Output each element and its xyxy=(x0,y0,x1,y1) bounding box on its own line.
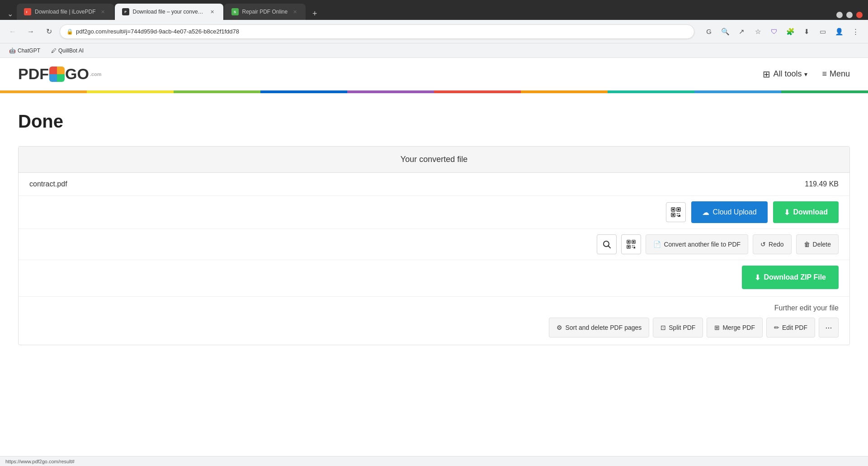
cloud-upload-button[interactable]: ☁ Cloud Upload xyxy=(691,201,768,223)
svg-rect-3 xyxy=(672,209,674,210)
svg-rect-20 xyxy=(628,246,630,248)
site-header: PDF GO .com ⊞ All tools ▾ ≡ Menu xyxy=(0,58,868,90)
result-card: Your converted file contract.pdf 119.49 … xyxy=(18,146,850,345)
browser-tab-2[interactable]: P Download file – your conversion ✕ xyxy=(115,4,223,20)
google-icon[interactable]: G xyxy=(702,24,716,39)
trash-icon: 🗑 xyxy=(804,241,810,248)
tab1-favicon: i xyxy=(24,8,31,15)
more-options-icon[interactable]: ⋮ xyxy=(848,24,863,39)
reload-button[interactable]: ↻ xyxy=(42,24,56,39)
toolbar-icons: G 🔍 ↗ ☆ 🛡 🧩 ⬇ ▭ 👤 ⋮ xyxy=(702,24,863,39)
edit-tools-row: ⚙ Sort and delete PDF pages ⊡ Split PDF … xyxy=(29,318,839,338)
site-logo[interactable]: PDF GO .com xyxy=(18,65,102,83)
status-url: https://www.pdf2go.com/result# xyxy=(5,459,75,464)
tab1-title: Download file | iLovePDF xyxy=(35,9,96,15)
download-zip-label: Download ZIP File xyxy=(764,273,826,281)
window-maximize-button[interactable] xyxy=(846,12,853,18)
chevron-down-icon: ▾ xyxy=(804,71,807,78)
sort-delete-pdf-label: Sort and delete PDF pages xyxy=(565,324,642,331)
svg-rect-5 xyxy=(678,209,679,210)
edit-pdf-button[interactable]: ✏ Edit PDF xyxy=(766,318,815,338)
further-edit-section: Further edit your file ⚙ Sort and delete… xyxy=(19,297,849,345)
svg-rect-22 xyxy=(634,245,635,246)
browser-toolbar: ← → ↻ 🔒 pdf2go.com/result#j=744d959d-9ac… xyxy=(0,20,868,43)
share-icon[interactable]: ↗ xyxy=(734,24,749,39)
convert-another-button[interactable]: 📄 Convert another file to PDF xyxy=(646,234,748,254)
tab3-close-button[interactable]: ✕ xyxy=(291,8,298,15)
address-bar[interactable]: 🔒 pdf2go.com/result#j=744d959d-9acb-4e07… xyxy=(60,24,694,39)
browser-tab-1[interactable]: i Download file | iLovePDF ✕ xyxy=(17,4,114,20)
main-content: Done Your converted file contract.pdf 11… xyxy=(0,93,868,363)
bookmark-icon[interactable]: ☆ xyxy=(750,24,765,39)
merge-pdf-label: Merge PDF xyxy=(722,324,755,331)
all-tools-label: All tools xyxy=(773,69,802,79)
quillbot-favicon: 🖊 xyxy=(51,48,57,54)
extension-shield-icon[interactable]: 🛡 xyxy=(767,24,781,39)
header-nav: ⊞ All tools ▾ ≡ Menu xyxy=(763,69,850,80)
tab-overflow-btn[interactable]: ⌄ xyxy=(4,8,17,20)
chatgpt-favicon: 🤖 xyxy=(9,48,16,54)
download-zip-button[interactable]: ⬇ Download ZIP File xyxy=(742,266,839,289)
extensions-icon[interactable]: 🧩 xyxy=(783,24,797,39)
bookmark-chatgpt[interactable]: 🤖 ChatGPT xyxy=(5,47,44,55)
merge-pdf-button[interactable]: ⊞ Merge PDF xyxy=(707,318,763,338)
window-minimize-button[interactable] xyxy=(836,12,843,18)
search-button[interactable] xyxy=(597,234,617,254)
page-title: Done xyxy=(18,111,850,132)
sort-icon: ⚙ xyxy=(557,324,562,331)
bookmark-quillbot[interactable]: 🖊 QuillBot AI xyxy=(47,47,87,55)
redo-button[interactable]: ↺ Redo xyxy=(753,234,791,254)
browser-tabs-bar: ⌄ i Download file | iLovePDF ✕ P Downloa… xyxy=(0,0,868,20)
result-card-header: Your converted file xyxy=(19,147,849,173)
new-tab-button[interactable]: + xyxy=(308,7,321,20)
edit-pdf-label: Edit PDF xyxy=(782,324,807,331)
download-button[interactable]: ⬇ Download xyxy=(773,201,839,223)
tab2-close-button[interactable]: ✕ xyxy=(209,8,216,15)
svg-rect-11 xyxy=(679,215,680,217)
delete-label: Delete xyxy=(813,241,831,248)
tab1-close-button[interactable]: ✕ xyxy=(99,8,107,15)
zip-row: ⬇ Download ZIP File xyxy=(19,260,849,297)
window-close-button[interactable] xyxy=(856,12,863,18)
tab3-favicon: S xyxy=(231,8,239,15)
address-text: pdf2go.com/result#j=744d959d-9acb-4e07-a… xyxy=(76,28,239,35)
tools-row: 📄 Convert another file to PDF ↺ Redo 🗑 D… xyxy=(19,229,849,260)
svg-rect-10 xyxy=(677,215,678,216)
download-manager-icon[interactable]: ⬇ xyxy=(799,24,814,39)
sort-delete-pdf-button[interactable]: ⚙ Sort and delete PDF pages xyxy=(549,318,649,338)
menu-label: Menu xyxy=(830,69,850,79)
download-label: Download xyxy=(793,208,828,216)
split-pdf-label: Split PDF xyxy=(669,324,695,331)
back-button[interactable]: ← xyxy=(5,24,20,39)
browser-chrome: ⌄ i Download file | iLovePDF ✕ P Downloa… xyxy=(0,0,868,58)
file-row: contract.pdf 119.49 KB xyxy=(19,173,849,196)
tab2-favicon: P xyxy=(122,8,129,15)
svg-rect-16 xyxy=(628,241,630,243)
delete-button[interactable]: 🗑 Delete xyxy=(796,234,839,254)
svg-rect-9 xyxy=(679,213,679,214)
sidebar-icon[interactable]: ▭ xyxy=(816,24,830,39)
search-lens-icon[interactable]: 🔍 xyxy=(718,24,732,39)
qr-code-tools-button[interactable] xyxy=(621,234,641,254)
all-tools-button[interactable]: ⊞ All tools ▾ xyxy=(763,69,807,80)
edit-icon: ✏ xyxy=(774,324,779,331)
more-tools-button[interactable]: ··· xyxy=(819,318,839,338)
browser-tab-3[interactable]: S Repair PDF Online ✕ xyxy=(224,4,306,20)
tab2-title: Download file – your conversion xyxy=(133,9,205,15)
cloud-icon: ☁ xyxy=(702,208,709,217)
browser-status-bar: https://www.pdf2go.com/result# xyxy=(0,456,868,466)
hamburger-icon: ≡ xyxy=(822,69,827,79)
svg-rect-18 xyxy=(633,241,635,243)
svg-text:i: i xyxy=(26,10,27,14)
logo-com-text: .com xyxy=(90,71,102,77)
profile-icon[interactable]: 👤 xyxy=(832,24,846,39)
svg-rect-7 xyxy=(672,214,674,216)
forward-button[interactable]: → xyxy=(24,24,38,39)
split-pdf-button[interactable]: ⊡ Split PDF xyxy=(653,318,703,338)
tab3-title: Repair PDF Online xyxy=(242,9,288,15)
logo-pdf-text: PDF xyxy=(18,65,49,83)
menu-button[interactable]: ≡ Menu xyxy=(822,69,850,79)
svg-rect-24 xyxy=(634,247,636,248)
svg-line-14 xyxy=(609,246,611,248)
qr-code-button[interactable] xyxy=(666,202,686,222)
